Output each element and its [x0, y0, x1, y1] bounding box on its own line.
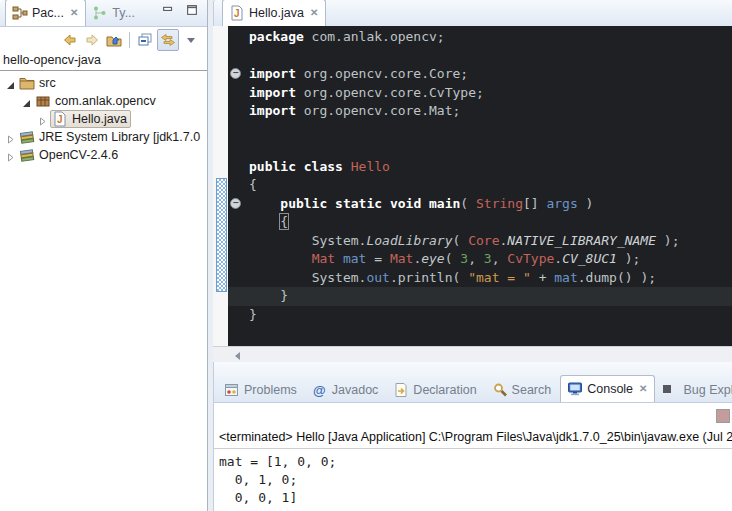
- token: static: [335, 196, 382, 211]
- left-tab-ty[interactable]: Ty...: [86, 1, 142, 25]
- token: Core: [468, 233, 499, 248]
- annotation-ruler[interactable]: [213, 26, 228, 346]
- collapse-all-button[interactable]: [135, 30, 155, 50]
- token: import: [249, 66, 296, 81]
- javadoc-icon: @: [312, 382, 328, 398]
- svg-text:@: @: [313, 382, 326, 397]
- tab-label: Hello.java: [249, 6, 304, 20]
- expanded-arrow-icon[interactable]: [6, 79, 15, 88]
- tree-item-label: OpenCV-2.4.6: [39, 148, 118, 162]
- token: ,: [492, 251, 508, 266]
- bottom-tab-console[interactable]: Console✕: [560, 375, 655, 402]
- package-explorer-icon: [12, 5, 28, 21]
- svg-text:J: J: [57, 114, 63, 125]
- package-icon: [35, 93, 51, 109]
- token: [296, 159, 304, 174]
- close-icon[interactable]: ✕: [637, 383, 647, 394]
- project-label: hello-opencv-java: [0, 52, 207, 71]
- minimize-icon[interactable]: [161, 3, 177, 17]
- collapsed-arrow-icon[interactable]: [38, 115, 47, 124]
- console-output[interactable]: mat = [1, 0, 0; 0, 1, 0; 0, 0, 1]: [214, 449, 732, 507]
- tab-label: Ty...: [112, 6, 135, 20]
- tab-label: Problems: [244, 383, 297, 397]
- tree-item-src[interactable]: src: [0, 74, 207, 92]
- code-line: System.LoadLibrary( Core.NATIVE_LIBRARY_…: [228, 232, 732, 251]
- token: (: [445, 251, 461, 266]
- token: }: [249, 307, 257, 322]
- tab-label: Declaration: [413, 383, 476, 397]
- project-tree[interactable]: srccom.anlak.opencvJHello.javaJRE System…: [0, 71, 207, 164]
- tree-entry: com.anlak.opencv: [34, 93, 159, 109]
- bottom-tab-bug-explorer[interactable]: Bug Explorer: [657, 378, 732, 402]
- token: {: [249, 177, 257, 192]
- bottom-tab-search[interactable]: Search: [486, 378, 559, 402]
- fold-collapse-icon[interactable]: −: [230, 68, 241, 79]
- token: mat: [554, 270, 577, 285]
- tree-item-label: com.anlak.opencv: [55, 94, 156, 108]
- bottom-panel-tabbar: Problems@JavadocDeclarationSearchConsole…: [214, 362, 732, 403]
- back-icon: [62, 32, 78, 48]
- code-line: − public static void main( String[] args…: [228, 195, 732, 214]
- package-explorer-toolbar: [0, 27, 207, 52]
- go-into-button[interactable]: [104, 30, 124, 50]
- tree-item-com-anlak-opencv[interactable]: com.anlak.opencv: [0, 92, 207, 110]
- token: }: [249, 288, 288, 303]
- back-button[interactable]: [60, 30, 80, 50]
- tab-label: Pac...: [32, 6, 64, 20]
- token: [249, 214, 280, 229]
- console-status-line: <terminated> Hello [Java Application] C:…: [214, 427, 732, 449]
- token: String: [476, 196, 523, 211]
- code-line: Mat mat = Mat.eye( 3, 3, CvType.CV_8UC1 …: [228, 250, 732, 269]
- view-menu-button[interactable]: [181, 30, 201, 50]
- token: CvType: [507, 251, 554, 266]
- forward-button[interactable]: [82, 30, 102, 50]
- token: 3: [484, 251, 492, 266]
- collapsed-arrow-icon[interactable]: [6, 133, 15, 142]
- collapsed-arrow-icon[interactable]: [6, 151, 15, 160]
- link-editor-button[interactable]: [157, 29, 179, 51]
- eclipse-window: Pac...✕Ty... hello-opencv-java srccom.an…: [0, 0, 732, 511]
- bottom-tab-javadoc[interactable]: @Javadoc: [306, 378, 386, 402]
- token: .: [554, 251, 562, 266]
- token: [249, 233, 312, 248]
- close-icon[interactable]: ✕: [68, 7, 78, 18]
- bottom-tab-problems[interactable]: Problems: [218, 378, 304, 402]
- code-editor[interactable]: package com.anlak.opencv;−import org.ope…: [228, 26, 732, 346]
- token: ): [578, 196, 594, 211]
- token: [335, 251, 343, 266]
- folder-src-icon: [19, 75, 35, 91]
- token: System.: [312, 270, 367, 285]
- declaration-icon: [393, 382, 409, 398]
- go-into-icon: [106, 32, 122, 48]
- code-line: {: [228, 176, 732, 195]
- close-icon[interactable]: ✕: [308, 7, 318, 18]
- left-tab-pac[interactable]: Pac...✕: [5, 0, 86, 26]
- tab-label: Console: [587, 382, 633, 396]
- token: package: [249, 29, 304, 44]
- editor-tab-hello-java[interactable]: JHello.java✕: [222, 0, 326, 26]
- bottom-tab-declaration[interactable]: Declaration: [387, 378, 483, 402]
- token: Hello: [351, 159, 390, 174]
- tree-item-jre-system-library-jdk1-7-0[interactable]: JRE System Library [jdk1.7.0: [0, 128, 207, 146]
- console-line: mat = [1, 0, 0;: [219, 453, 732, 471]
- tab-label: Bug Explorer: [683, 383, 732, 397]
- token: org.opencv.core.Mat;: [296, 103, 460, 118]
- collapse-all-icon: [137, 32, 153, 48]
- fold-collapse-icon[interactable]: −: [230, 198, 241, 209]
- tab-label: Javadoc: [332, 383, 379, 397]
- forward-icon: [84, 32, 100, 48]
- code-line: {: [228, 213, 732, 232]
- terminate-icon[interactable]: [716, 409, 730, 423]
- maximize-icon[interactable]: [185, 3, 201, 17]
- expanded-arrow-icon[interactable]: [22, 97, 31, 106]
- scroll-left-arrow-icon[interactable]: [235, 352, 240, 360]
- token: .dump() );: [578, 270, 656, 285]
- token: eye: [421, 251, 444, 266]
- toolbar-separator: [129, 32, 130, 48]
- code-line: }: [228, 306, 732, 325]
- editor-horizontal-scrollbar[interactable]: [213, 346, 732, 363]
- token: +: [531, 270, 554, 285]
- left-tabs: Pac...✕Ty...: [5, 0, 142, 26]
- tree-item-hello-java[interactable]: JHello.java: [0, 110, 207, 128]
- tree-item-opencv-2-4-6[interactable]: OpenCV-2.4.6: [0, 146, 207, 164]
